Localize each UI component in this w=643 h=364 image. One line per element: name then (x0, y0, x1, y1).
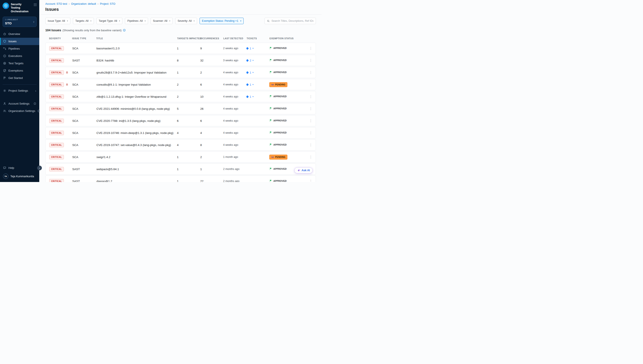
targets-impacted-cell: 4 (177, 131, 200, 134)
sidebar-item-pipelines[interactable]: Pipelines (0, 45, 39, 52)
row-menu-button[interactable]: ⋮ (308, 119, 314, 123)
module-grid-icon[interactable] (34, 3, 37, 7)
filter-label: Target Type: All (99, 20, 117, 22)
table-row[interactable]: CRITICALSCACVE-2019-10747: set-value@0.4… (45, 139, 316, 150)
row-menu-button[interactable]: ⋮ (308, 58, 314, 62)
row-menu-button[interactable]: ⋮ (308, 95, 314, 98)
table-row[interactable]: CRITICALSCAswig//1.4.2121 month agoPENDI… (45, 152, 316, 162)
approved-flag-icon (269, 180, 272, 182)
filter-issue-type[interactable]: Issue Type: All▾ (45, 18, 70, 24)
filter-targets[interactable]: Targets: All▾ (73, 18, 94, 24)
tickets-cell: 1▾ (246, 83, 269, 86)
sidebar-item-issues[interactable]: Issues (0, 38, 39, 45)
tickets-cell: 1▾ (246, 47, 269, 50)
exemption-status-approved: APPROVED (269, 143, 287, 146)
issue-title: coreutils@9.1-1: Improper Input Validati… (97, 83, 177, 86)
occurrences-cell: 6 (200, 83, 223, 86)
last-detected-cell: 1 month ago (223, 156, 246, 158)
tickets-cell: 1▾ (246, 95, 269, 98)
ticket-dropdown[interactable]: 2▾ (246, 59, 254, 62)
severity-badge: CRITICAL (49, 143, 64, 147)
status-label: PENDING (275, 84, 285, 86)
row-menu-button[interactable]: ⋮ (308, 107, 314, 110)
targets-impacted-cell: 5 (177, 107, 200, 110)
filter-severity[interactable]: Severity: All▾ (175, 18, 197, 24)
occurrences-cell: 8 (200, 144, 223, 147)
table-row[interactable]: CRITICALSCACVE-2019-10746: mixin-deep@1.… (45, 127, 316, 138)
breadcrumb: Account: STO test›Organization: default›… (45, 2, 316, 6)
table-row[interactable]: CRITICALSCAgnutls28@3.7.9-2+deb12u5: Imp… (45, 67, 316, 78)
targets-impacted-cell: 6 (177, 119, 200, 122)
issue-title: CVE-2019-10746: mixin-deep@1.3.1 (lang-p… (97, 131, 177, 134)
severity-cell: CRITICAL (49, 94, 72, 99)
exemption-status-cell: PENDING (269, 82, 308, 87)
sidebar-item-executions[interactable]: Executions (0, 52, 39, 60)
table-row[interactable]: CRITICALSASTB324: hashlib8323 weeks ago2… (45, 55, 316, 66)
table-row[interactable]: CRITICALSCAzlib@1:1.2.13.dfsg-1: Integer… (45, 91, 316, 102)
sidebar-item-exemptions[interactable]: Exemptions (0, 67, 39, 74)
user-profile[interactable]: TK Teja Kummarikuntla (0, 172, 39, 180)
sidebar-item-label: Organization Settings (9, 109, 35, 112)
sidebar-item-project-settings[interactable]: Project Settings› (0, 87, 39, 94)
ticket-dropdown[interactable]: 1▾ (246, 71, 254, 74)
info-icon[interactable] (123, 29, 126, 32)
issue-type-cell: SAST (72, 180, 97, 182)
sidebar-item-overview[interactable]: Overview (0, 30, 39, 38)
sidebar-item-help[interactable]: Help (0, 164, 39, 172)
last-detected-cell: 2 months ago (223, 168, 246, 170)
table-header-row: SEVERITYISSUE TYPETITLETARGETS IMPACTEDO… (45, 37, 316, 43)
status-label: APPROVED (273, 180, 287, 182)
exemption-status-approved: APPROVED (269, 95, 287, 98)
breadcrumb-link[interactable]: Project: STO (100, 2, 115, 6)
row-menu-button[interactable]: ⋮ (308, 131, 314, 135)
filter-exemption-status[interactable]: Exemption Status: Pending +1▾ (200, 18, 244, 24)
issue-type-cell: SCA (72, 95, 97, 98)
row-menu-button[interactable]: ⋮ (308, 179, 314, 182)
breadcrumb-link[interactable]: Organization: default (71, 2, 96, 6)
filter-pipelines[interactable]: Pipelines: All▾ (125, 18, 148, 24)
row-menu-button[interactable]: ⋮ (308, 70, 314, 74)
user-name: Teja Kummarikuntla (10, 175, 34, 178)
filter-target-type[interactable]: Target Type: All▾ (97, 18, 123, 24)
table-row[interactable]: CRITICALSASTdjango@1.21222 months agoAPP… (45, 176, 316, 182)
ask-ai-label: Ask AI (302, 169, 310, 172)
table-row[interactable]: CRITICALSASTwebpack@5.64.1112 months ago… (45, 164, 316, 175)
sidebar-collapse-handle[interactable]: ‹ (37, 166, 42, 170)
sidebar-item-organization-settings[interactable]: Organization Settings (0, 108, 39, 115)
sidebar-item-get-started[interactable]: Get Started (0, 74, 39, 82)
page-header: Account: STO test›Organization: default›… (39, 0, 322, 15)
row-menu-button[interactable]: ⋮ (308, 155, 314, 159)
ticket-dropdown[interactable]: 1▾ (246, 83, 254, 86)
table-row[interactable]: CRITICALSCAbassmaster//1.2.0192 weeks ag… (45, 43, 316, 54)
ask-ai-button[interactable]: Ask AI (294, 167, 313, 173)
target-icon (3, 62, 6, 65)
project-selector[interactable]: PROJECT STO › (3, 16, 37, 27)
table-row[interactable]: CRITICALSCAcoreutils@9.1-1: Improper Inp… (45, 79, 316, 90)
chevron-down-icon: ▾ (252, 72, 254, 74)
sidebar-item-label: Test Targets (9, 62, 24, 65)
table-row[interactable]: CRITICALSCACVE-2021-44906: minimist@0.0.… (45, 103, 316, 114)
row-menu-button[interactable]: ⋮ (308, 46, 314, 50)
ticket-dropdown[interactable]: 1▾ (246, 47, 254, 50)
search-input[interactable] (271, 20, 314, 22)
issue-title: swig//1.4.2 (97, 156, 177, 159)
breadcrumb-link[interactable]: Account: STO test (45, 2, 67, 6)
filters-bar: Issue Type: All▾Targets: All▾Target Type… (39, 15, 322, 24)
shield-icon (3, 40, 6, 43)
row-menu-button[interactable]: ⋮ (308, 82, 314, 86)
row-menu-cell: ⋮ (308, 82, 316, 86)
filter-scanner[interactable]: Scanner: All▾ (151, 18, 173, 24)
row-menu-button[interactable]: ⋮ (308, 143, 314, 147)
table-row[interactable]: CRITICALSCACVE-2020-7788: ini@1.3.5 (lan… (45, 115, 316, 126)
sidebar-item-account-settings[interactable]: Account Settings (0, 100, 39, 108)
ticket-dropdown[interactable]: 1▾ (246, 95, 254, 98)
approved-flag-icon (269, 59, 272, 62)
layers-icon (66, 71, 68, 74)
exemption-status-pending: PENDING (269, 82, 287, 87)
main-content: Account: STO test›Organization: default›… (39, 0, 322, 182)
sidebar-item-test-targets[interactable]: Test Targets (0, 60, 39, 67)
targets-impacted-cell: 1 (177, 180, 200, 182)
targets-impacted-cell: 8 (177, 59, 200, 62)
jira-ticket-icon (246, 71, 249, 74)
targets-impacted-cell: 2 (177, 83, 200, 86)
